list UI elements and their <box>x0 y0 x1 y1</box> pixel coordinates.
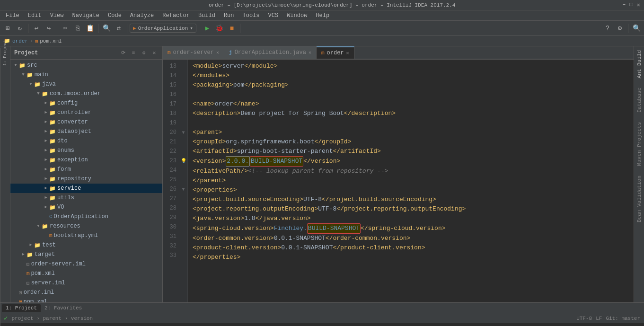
toolbar-cut-btn[interactable]: ✂ <box>60 23 71 34</box>
toolbar-paste-btn[interactable]: 📋 <box>84 23 96 34</box>
gutter-icon-23[interactable]: 💡 <box>179 156 187 166</box>
editor-tab-order-server[interactable]: morder-server✕ <box>163 46 224 59</box>
tree-item-order-iml[interactable]: ⊡ order.iml <box>10 288 162 297</box>
tree-item-dto[interactable]: ►📁dto <box>10 136 162 146</box>
menu-item-tools[interactable]: Tools <box>239 11 264 20</box>
tree-item-service[interactable]: ►📁service <box>10 184 162 193</box>
code-editor[interactable]: 1314151617181920212223242526272829303132… <box>163 60 634 302</box>
menu-item-build[interactable]: Build <box>194 11 219 20</box>
bottom-tab-favorites[interactable]: 2: Favorites <box>41 304 86 312</box>
tree-item-java[interactable]: ▼📁java <box>10 79 162 89</box>
editor-tab-order[interactable]: morder✕ <box>317 46 354 59</box>
run-config-arrow: ▾ <box>190 25 193 31</box>
line-number-15: 15 <box>163 80 179 90</box>
menu-item-run[interactable]: Run <box>220 11 238 20</box>
menu-item-view[interactable]: View <box>46 11 68 20</box>
tree-item-controller[interactable]: ►📁controller <box>10 108 162 117</box>
toolbar-help-btn[interactable]: ? <box>602 23 613 34</box>
tree-label-0: src <box>27 62 37 69</box>
run-config-selector[interactable]: ▶ OrderApplication ▾ <box>130 24 196 33</box>
tree-item-enums[interactable]: ►📁enums <box>10 146 162 155</box>
right-tab-database[interactable]: Database <box>635 86 643 115</box>
tree-item-com-imooc-order[interactable]: ▼📁com.imooc.order <box>10 89 162 98</box>
panel-collapse-action[interactable]: ≡ <box>129 49 138 57</box>
right-tab-maven-projects[interactable]: Maven Projects <box>635 120 643 167</box>
tab-close-1[interactable]: ✕ <box>309 50 311 55</box>
editor-tab-bar: morder-server✕jOrderApplication.java✕mor… <box>163 46 634 60</box>
close-button[interactable]: ✕ <box>637 1 640 9</box>
tree-item-test[interactable]: ►📁test <box>10 240 162 250</box>
menu-item-analyze[interactable]: Analyze <box>126 11 158 20</box>
tree-item-repository[interactable]: ►📁repository <box>10 174 162 184</box>
menu-item-help[interactable]: Help <box>312 11 333 20</box>
tree-item-pom-xml[interactable]: m pom.xml <box>10 269 162 278</box>
code-content[interactable]: <module>server</module> </modules> <pack… <box>188 60 634 302</box>
stop-button[interactable]: ■ <box>226 23 238 34</box>
tree-item-OrderApplication[interactable]: C OrderApplication <box>10 212 162 221</box>
toolbar-redo-btn[interactable]: ↪ <box>43 23 54 34</box>
tab-close-0[interactable]: ✕ <box>216 50 219 55</box>
bottom-tab-project[interactable]: 1: Project <box>2 304 41 312</box>
editor-tab-OrderApplication.java[interactable]: jOrderApplication.java✕ <box>224 46 317 59</box>
tree-item-utils[interactable]: ►📁utils <box>10 193 162 203</box>
panel-sync-action[interactable]: ⟳ <box>119 49 127 57</box>
toolbar-project-btn[interactable]: ⊞ <box>2 23 13 34</box>
right-tab-bean-validation[interactable]: Bean Validation <box>635 174 643 224</box>
toolbar-replace-btn[interactable]: ⇄ <box>113 23 124 34</box>
tree-item-converter[interactable]: ►📁converter <box>10 117 162 127</box>
code-line-28: <project.reporting.outputEncoding>UTF-8<… <box>193 204 634 214</box>
menu-item-file[interactable]: File <box>2 11 23 20</box>
tree-arrow-14: ► <box>43 195 49 200</box>
maximize-button[interactable]: □ <box>630 1 633 9</box>
toolbar-search-btn[interactable]: 🔍 <box>101 23 112 34</box>
menu-item-refactor[interactable]: Refactor <box>159 11 194 20</box>
tab-close-2[interactable]: ✕ <box>346 50 349 56</box>
right-tab-ant-build[interactable]: Ant Build <box>635 48 643 80</box>
tree-item-dataobject[interactable]: ►📁dataobject <box>10 127 162 136</box>
gutter-icon-29 <box>179 213 187 222</box>
tree-item-pom-xml[interactable]: m pom.xml <box>10 297 162 302</box>
menu-item-window[interactable]: Window <box>283 11 311 20</box>
tree-item-resources[interactable]: ▼📁resources <box>10 221 162 231</box>
code-line-23: <version>2.0.0.BUILD-SNAPSHOT</version> <box>193 156 634 167</box>
tree-item-main[interactable]: ▼📁main <box>10 70 162 79</box>
toolbar-separator-6 <box>240 24 240 33</box>
toolbar-settings-btn[interactable]: ⚙ <box>614 23 626 34</box>
gutter-icon-32 <box>179 241 187 251</box>
tree-arrow-3: ▼ <box>35 91 42 96</box>
window-title: order – [D:\projects\imooc\spring-cloud\… <box>42 2 622 8</box>
tree-item-src[interactable]: ▼📁src <box>10 61 162 70</box>
tree-icon-3: 📁 <box>42 91 48 97</box>
menu-item-vcs[interactable]: VCS <box>265 11 282 20</box>
toolbar-sync-btn[interactable]: ↻ <box>14 23 26 34</box>
tree-item-target[interactable]: ►📁target <box>10 250 162 259</box>
tree-item-VO[interactable]: ►📁VO <box>10 203 162 212</box>
tree-item-exception[interactable]: ►📁exception <box>10 155 162 165</box>
debug-button[interactable]: 🐞 <box>214 23 225 34</box>
tree-item-bootstrap-yml[interactable]: m bootstrap.yml <box>10 231 162 240</box>
tree-item-order-server-iml[interactable]: ⊡ order-server.iml <box>10 259 162 269</box>
search-everywhere-btn[interactable]: 🔍 <box>631 23 642 34</box>
toolbar-undo-btn[interactable]: ↩ <box>31 23 42 34</box>
menu-item-edit[interactable]: Edit <box>24 11 45 20</box>
line-number-23: 23 <box>163 156 179 166</box>
tree-item-config[interactable]: ►📁config <box>10 98 162 108</box>
menu-item-navigate[interactable]: Navigate <box>68 11 103 20</box>
code-line-29: <java.version>1.8</java.version> <box>193 214 634 223</box>
menu-item-code[interactable]: Code <box>104 11 125 20</box>
gutter-icon-14 <box>179 71 187 80</box>
run-button[interactable]: ▶ <box>202 23 213 34</box>
tree-label-3: com.imooc.order <box>50 90 101 97</box>
panel-close-action[interactable]: ✕ <box>150 49 159 57</box>
tree-item-server-iml[interactable]: ⊡ server.iml <box>10 278 162 288</box>
minimize-button[interactable]: – <box>622 1 626 9</box>
file-tree: ▼📁src▼📁main▼📁java▼📁com.imooc.order►📁conf… <box>10 60 162 302</box>
panel-settings-action[interactable]: ⚙ <box>140 49 148 57</box>
tree-label-9: enums <box>57 147 74 154</box>
breadcrumb-pom[interactable]: pom.xml <box>40 38 62 44</box>
sidebar-project-tab[interactable]: 1: Project <box>0 48 10 58</box>
gutter-icon-24 <box>179 166 187 175</box>
toolbar-copy-btn[interactable]: ⎘ <box>72 23 83 34</box>
breadcrumb-order[interactable]: order <box>12 38 28 44</box>
tree-item-form[interactable]: ►📁form <box>10 165 162 174</box>
